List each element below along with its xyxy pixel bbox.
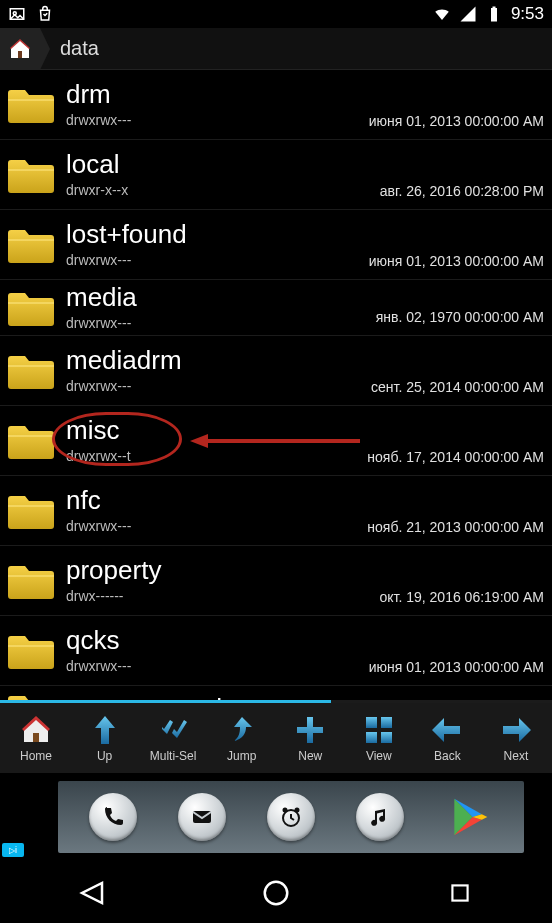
breadcrumb-arrow-icon — [40, 28, 50, 70]
folder-name: lost+found — [66, 220, 369, 249]
folder-row-drm[interactable]: drm drwxrwx--- июня 01, 2013 00:00:00 AM — [0, 70, 552, 140]
folder-date: авг. 26, 2016 00:28:00 PM — [380, 183, 544, 199]
folder-permissions: drwxrwx--- — [66, 658, 369, 675]
folder-date: нояб. 21, 2013 00:00:00 AM — [367, 519, 544, 535]
folder-date: окт. 19, 2016 06:19:00 AM — [380, 589, 544, 605]
file-list[interactable]: drm drwxrwx--- июня 01, 2013 00:00:00 AM… — [0, 70, 552, 700]
folder-permissions: drwxrwx--- — [66, 518, 367, 535]
svg-rect-17 — [452, 885, 467, 900]
folder-date: июня 01, 2013 00:00:00 AM — [369, 659, 544, 675]
folder-row-mediadrm[interactable]: mediadrm drwxrwx--- сент. 25, 2014 00:00… — [0, 336, 552, 406]
nav-recent-button[interactable] — [420, 868, 500, 918]
folder-permissions: drwxrwx--- — [66, 112, 369, 129]
folder-date: сент. 25, 2014 00:00:00 AM — [371, 379, 544, 395]
folder-name: property — [66, 556, 380, 585]
toolbar-view-button[interactable]: View — [349, 713, 409, 763]
folder-row-resource-cache[interactable]: resource-cache — [0, 686, 552, 700]
shopping-bag-icon — [36, 5, 54, 23]
folder-row-media[interactable]: media drwxrwx--- янв. 02, 1970 00:00:00 … — [0, 280, 552, 336]
svg-rect-4 — [18, 51, 22, 58]
svg-point-15 — [295, 809, 298, 812]
folder-date: июня 01, 2013 00:00:00 AM — [369, 113, 544, 129]
nav-back-button[interactable] — [52, 868, 132, 918]
toolbar-label: New — [298, 749, 322, 763]
svg-rect-9 — [381, 717, 392, 728]
folder-name: nfc — [66, 486, 367, 515]
ad-mail-icon[interactable] — [178, 793, 226, 841]
svg-rect-8 — [366, 717, 377, 728]
folder-row-misc[interactable]: misc drwxrwx--t нояб. 17, 2014 00:00:00 … — [0, 406, 552, 476]
breadcrumb: data — [0, 28, 552, 70]
toolbar-label: Next — [504, 749, 529, 763]
folder-permissions: drwx------ — [66, 588, 380, 605]
toolbar-up-button[interactable]: Up — [75, 713, 135, 763]
android-nav-bar — [0, 859, 552, 923]
folder-name: local — [66, 150, 380, 179]
folder-permissions: drwxr-x--x — [66, 182, 380, 199]
folder-name: qcks — [66, 626, 369, 655]
toolbar-label: View — [366, 749, 392, 763]
toolbar-label: Multi-Sel — [150, 749, 197, 763]
toolbar-label: Home — [20, 749, 52, 763]
folder-permissions: drwxrwx--- — [66, 378, 371, 395]
folder-name: media — [66, 283, 376, 312]
folder-permissions: drwxrwx--- — [66, 315, 376, 332]
adchoices-badge[interactable]: ▷i — [2, 843, 24, 857]
ad-music-icon[interactable] — [356, 793, 404, 841]
breadcrumb-path[interactable]: data — [50, 37, 552, 60]
svg-rect-7 — [33, 733, 39, 742]
toolbar-label: Back — [434, 749, 461, 763]
toolbar-home-button[interactable]: Home — [6, 713, 66, 763]
toolbar: HomeUpMulti-SelJumpNewViewBackNext — [0, 703, 552, 773]
svg-point-16 — [265, 881, 288, 904]
svg-rect-3 — [492, 7, 495, 9]
svg-rect-11 — [381, 732, 392, 743]
toolbar-label: Jump — [227, 749, 256, 763]
status-bar: 9:53 — [0, 0, 552, 28]
folder-date: янв. 02, 1970 00:00:00 AM — [376, 309, 544, 325]
folder-name: mediadrm — [66, 346, 371, 375]
folder-row-qcks[interactable]: qcks drwxrwx--- июня 01, 2013 00:00:00 A… — [0, 616, 552, 686]
image-stub-icon — [8, 5, 26, 23]
toolbar-new-button[interactable]: New — [280, 713, 340, 763]
folder-row-lost+found[interactable]: lost+found drwxrwx--- июня 01, 2013 00:0… — [0, 210, 552, 280]
folder-name: resource-cache — [66, 694, 544, 700]
svg-rect-2 — [491, 8, 497, 22]
ad-phone-icon[interactable] — [89, 793, 137, 841]
ad-banner[interactable]: ▷i — [0, 773, 552, 859]
ad-clock-icon[interactable] — [267, 793, 315, 841]
nav-home-button[interactable] — [236, 868, 316, 918]
svg-rect-10 — [366, 732, 377, 743]
folder-permissions: drwxrwx--- — [66, 252, 369, 269]
toolbar-label: Up — [97, 749, 112, 763]
signal-icon — [459, 5, 477, 23]
svg-point-14 — [283, 809, 286, 812]
battery-icon — [485, 5, 503, 23]
breadcrumb-home-button[interactable] — [0, 28, 40, 70]
toolbar-next-button[interactable]: Next — [486, 713, 546, 763]
toolbar-jump-button[interactable]: Jump — [212, 713, 272, 763]
wifi-icon — [433, 5, 451, 23]
folder-row-nfc[interactable]: nfc drwxrwx--- нояб. 21, 2013 00:00:00 A… — [0, 476, 552, 546]
ad-playstore-icon[interactable] — [445, 793, 493, 841]
folder-row-property[interactable]: property drwx------ окт. 19, 2016 06:19:… — [0, 546, 552, 616]
toolbar-back-button[interactable]: Back — [417, 713, 477, 763]
folder-date: июня 01, 2013 00:00:00 AM — [369, 253, 544, 269]
folder-date: нояб. 17, 2014 00:00:00 AM — [367, 449, 544, 465]
status-time: 9:53 — [511, 4, 544, 24]
folder-name: drm — [66, 80, 369, 109]
folder-name: misc — [66, 416, 367, 445]
folder-permissions: drwxrwx--t — [66, 448, 367, 465]
folder-row-local[interactable]: local drwxr-x--x авг. 26, 2016 00:28:00 … — [0, 140, 552, 210]
toolbar-multisel-button[interactable]: Multi-Sel — [143, 713, 203, 763]
